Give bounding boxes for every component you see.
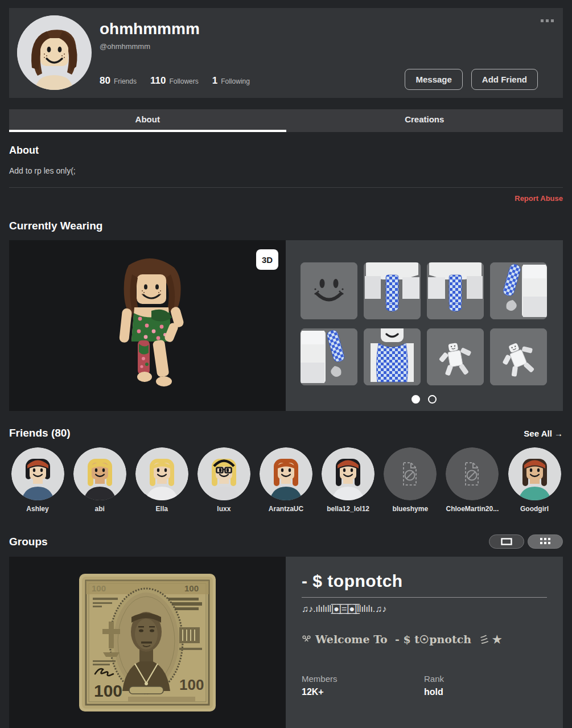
checkered-right-leg-item[interactable] [427,262,484,319]
moderated-avatar-icon [382,447,439,500]
friend-name: Ella [133,505,190,513]
group-members-value: 12K+ [302,687,424,697]
friend-name: bella12_lol12 [320,505,377,513]
svg-text:100: 100 [184,583,199,593]
add-friend-button[interactable]: Add Friend [471,69,538,90]
carousel-view-button[interactable] [489,534,524,549]
checkered-torso-item[interactable] [364,328,421,385]
friend-avatar [506,447,563,500]
friend-card[interactable]: ArantzaUC [258,447,315,513]
svg-text:100: 100 [92,583,106,593]
flower-glyph-icon [302,635,311,644]
group-title-divider [302,597,547,598]
profile-tabs: About Creations [9,109,563,132]
grid-view-button[interactable] [528,534,563,549]
message-button[interactable]: Message [405,69,462,90]
group-tagline: ♫♪.ılılıll|̲̅●̲̅|̲̅=̲̅|̲̅●̲̅|̲̅llılılı.♫… [302,604,547,614]
group-emblem-tupac-bill: 100 100 [79,574,216,711]
3d-view-button[interactable]: 3D [256,249,278,270]
group-rank-label: Rank [424,674,444,684]
group-welcome-line: Welcome To - $ t☉pnotch ★ [302,633,547,645]
three-strokes-glyph-icon [479,635,488,644]
group-members-label: Members [302,674,424,684]
group-welcome-text: Welcome To - $ t☉pnotch [315,633,475,645]
friend-name: ChloeMartin20... [444,505,501,513]
friend-avatar [9,447,66,500]
friend-card[interactable]: Ashley [9,447,66,513]
group-rank-value: hold [424,687,444,697]
friend-name: abi [71,505,128,513]
divider [9,187,563,188]
friend-avatar [195,447,252,500]
report-abuse-link[interactable]: Report Abuse [9,194,563,203]
more-menu-icon[interactable] [538,17,556,24]
checkered-left-leg-item[interactable] [364,262,421,319]
wearing-items-grid [301,262,547,385]
about-bio-text: Add to rp les only(; [9,166,563,175]
group-name: - $ topnotch [302,571,547,591]
about-heading: About [9,145,563,157]
friends-heading: Friends (80) [9,427,71,439]
pagination-dot-2[interactable] [428,395,437,404]
currently-wearing-heading: Currently Wearing [9,220,563,232]
friends-row: Ashley abi Ella [9,447,563,513]
svg-text:100: 100 [179,676,204,693]
moderated-avatar-icon [444,447,501,500]
checkered-left-arm-item[interactable] [301,328,357,385]
star-glyph: ★ [492,633,502,645]
items-pagination [301,395,547,404]
tab-about[interactable]: About [9,109,286,132]
friend-avatar [258,447,315,500]
pagination-dot-1[interactable] [411,395,420,404]
friends-see-all-link[interactable]: See All → [524,429,563,438]
svg-text:100: 100 [94,681,122,700]
avatar-3d-render [94,255,208,398]
group-emblem-stage: 100 100 [9,557,286,728]
groups-heading: Groups [9,536,48,548]
profile-header: ohmhmmmm @ohmhmmmm 80 Friends 110 Follow… [9,8,563,98]
friend-avatar [71,447,128,500]
group-info-panel: - $ topnotch ♫♪.ılılıll|̲̅●̲̅|̲̅=̲̅|̲̅●̲… [286,557,563,728]
stat-followers[interactable]: 110 Followers [150,75,199,87]
friend-card[interactable]: abi [71,447,128,513]
friend-name: ArantzaUC [258,505,315,513]
card-view-icon [501,538,512,545]
stat-friends[interactable]: 80 Friends [100,75,137,87]
stat-following[interactable]: 1 Following [212,75,250,87]
friend-name: Goodgirl [506,505,563,513]
smile-face-item[interactable] [301,262,357,319]
friend-avatar [320,447,377,500]
friend-card[interactable]: Ella [133,447,190,513]
user-handle: @ohmhmmmm [100,42,200,51]
friend-card[interactable]: ChloeMartin20... [444,447,501,513]
friend-name: luxx [195,505,252,513]
checkered-right-arm-item[interactable] [490,262,547,319]
avatar-3d-stage[interactable]: 3D [9,240,286,411]
page-title-username: ohmhmmmm [100,20,200,38]
friend-avatar [133,447,190,500]
friend-card[interactable]: blueshyme [382,447,439,513]
wearing-items-panel [286,240,563,411]
animation-pose-2-item[interactable] [490,328,547,385]
friend-card[interactable]: Goodgirl [506,447,563,513]
tab-creations[interactable]: Creations [286,109,563,132]
group-card[interactable]: 100 100 [9,557,563,728]
profile-stats: 80 Friends 110 Followers 1 Following [100,75,250,87]
friend-name: Ashley [9,505,66,513]
arrow-right-icon: → [554,429,563,438]
animation-pose-1-item[interactable] [427,328,484,385]
profile-avatar-image [17,15,92,90]
friend-card[interactable]: bella12_lol12 [320,447,377,513]
friend-name: blueshyme [382,505,439,513]
friend-card[interactable]: luxx [195,447,252,513]
profile-avatar[interactable] [17,15,92,90]
grid-view-icon [540,538,550,545]
